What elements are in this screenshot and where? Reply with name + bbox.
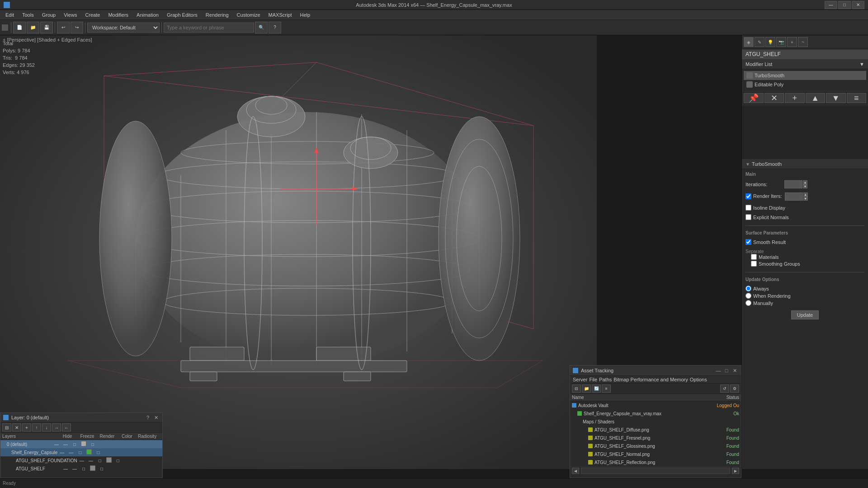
mod-btn-remove[interactable]: ✕ bbox=[764, 93, 784, 103]
layer-render-0[interactable]: □ bbox=[70, 442, 79, 447]
rp-icon-cameras[interactable]: 📷 bbox=[776, 37, 786, 47]
layer-row-default[interactable]: 0 (default) — — □ □ bbox=[0, 440, 162, 448]
menu-edit[interactable]: Edit bbox=[2, 11, 18, 19]
modifier-list-arrow[interactable]: ▼ bbox=[859, 61, 864, 67]
asset-tb-btn-3[interactable]: 🔄 bbox=[592, 385, 601, 393]
layer-freeze-3[interactable]: — bbox=[70, 466, 79, 471]
lt-btn-7[interactable]: ← bbox=[62, 423, 71, 432]
toolbar-new[interactable]: 📄 bbox=[13, 22, 26, 33]
asset-scroll-right[interactable]: ▶ bbox=[732, 468, 739, 474]
menu-group[interactable]: Group bbox=[38, 11, 60, 19]
lt-btn-6[interactable]: → bbox=[52, 423, 61, 432]
layers-header-controls[interactable]: ? ✕ bbox=[144, 414, 160, 421]
ts-render-iters-input[interactable]: 2 bbox=[785, 192, 803, 201]
rp-icon-shapes[interactable]: ✎ bbox=[755, 37, 764, 47]
asset-row-max-file[interactable]: Shelf_Energy_Capsule_max_vray.max Ok bbox=[570, 409, 741, 418]
asset-scrollbar-track[interactable] bbox=[581, 468, 730, 474]
turbosmooth-rollout-header[interactable]: ▼ TurboSmooth bbox=[742, 160, 868, 169]
asset-tb-btn-2[interactable]: 📁 bbox=[582, 385, 591, 393]
rp-icon-lights[interactable]: 💡 bbox=[765, 37, 775, 47]
search-input[interactable] bbox=[164, 23, 254, 33]
ts-update-button[interactable]: Update bbox=[791, 310, 819, 319]
asset-close-btn[interactable]: ✕ bbox=[731, 367, 738, 374]
layer-row-foundation[interactable]: ATGU_SHELF_FOUNDATION — — □ □ bbox=[0, 456, 162, 465]
mod-btn-down[interactable]: ▼ bbox=[826, 93, 846, 103]
ts-radio-when-rendering-input[interactable] bbox=[745, 293, 751, 299]
layer-render-3[interactable]: □ bbox=[79, 466, 88, 471]
rp-icon-display[interactable]: ◈ bbox=[744, 37, 754, 47]
asset-row-diffuse[interactable]: ATGU_SHELF_Diffuse.png Found bbox=[570, 426, 741, 434]
asset-scroll-left[interactable]: ◀ bbox=[572, 468, 579, 474]
restore-button[interactable]: □ bbox=[838, 1, 851, 9]
toolbar-undo[interactable]: ↩ bbox=[57, 22, 70, 33]
ts-ri-down[interactable]: ▼ bbox=[803, 197, 808, 201]
asset-menu-file[interactable]: File bbox=[589, 377, 597, 382]
asset-tb-btn-refresh[interactable]: ↺ bbox=[720, 385, 729, 393]
asset-minimize-btn[interactable]: — bbox=[715, 367, 722, 374]
layers-close-btn[interactable]: ✕ bbox=[152, 414, 160, 421]
ts-render-iters-spinner[interactable]: 2 ▲ ▼ bbox=[785, 192, 808, 201]
asset-menu-server[interactable]: Server bbox=[573, 377, 587, 382]
ts-smoothing-groups-checkbox[interactable] bbox=[751, 261, 757, 267]
workspace-dropdown[interactable]: Workspace: Default bbox=[87, 23, 160, 33]
asset-row-vault[interactable]: Autodesk Vault Logged Ou bbox=[570, 401, 741, 409]
menu-rendering[interactable]: Rendering bbox=[202, 11, 232, 19]
layer-color-1[interactable] bbox=[85, 449, 94, 455]
ts-materials-checkbox[interactable] bbox=[751, 254, 757, 260]
asset-menu-options[interactable]: Options bbox=[690, 377, 707, 382]
asset-tb-btn-settings[interactable]: ⚙ bbox=[730, 385, 739, 393]
layer-row-atgu-shelf[interactable]: ATGU_SHELF — — □ □ bbox=[0, 465, 162, 473]
ts-explicit-normals-checkbox[interactable] bbox=[745, 214, 751, 220]
minimize-button[interactable]: — bbox=[825, 1, 837, 9]
menu-views[interactable]: Views bbox=[60, 11, 80, 19]
layer-freeze-2[interactable]: — bbox=[86, 458, 95, 463]
layer-radiosity-1[interactable]: □ bbox=[94, 450, 103, 455]
layer-row-shelf-energy[interactable]: Shelf_Energy_Capsule — — □ □ bbox=[0, 448, 162, 456]
asset-row-fresnel[interactable]: ATGU_SHELF_Fresnel.png Found bbox=[570, 434, 741, 442]
menu-tools[interactable]: Tools bbox=[19, 11, 38, 19]
ts-render-iters-checkbox[interactable] bbox=[745, 193, 751, 199]
asset-row-maps[interactable]: Maps / Shaders bbox=[570, 418, 741, 426]
menu-create[interactable]: Create bbox=[81, 11, 104, 19]
menu-help[interactable]: Help bbox=[297, 11, 314, 19]
mod-btn-up[interactable]: ▲ bbox=[806, 93, 826, 103]
layer-render-2[interactable]: □ bbox=[95, 458, 104, 463]
help-button[interactable]: ? bbox=[269, 22, 281, 33]
menu-customize[interactable]: Customize bbox=[233, 11, 264, 19]
close-button[interactable]: ✕ bbox=[852, 1, 864, 9]
mod-btn-pin[interactable]: 📌 bbox=[744, 93, 764, 103]
layer-radiosity-0[interactable]: □ bbox=[88, 442, 97, 447]
asset-row-glossines[interactable]: ATGU_SHELF_Glossines.png Found bbox=[570, 442, 741, 450]
ts-iter-up[interactable]: ▲ bbox=[803, 180, 807, 184]
menu-modifiers[interactable]: Modifiers bbox=[104, 11, 132, 19]
stack-item-editablepoly[interactable]: Editable Poly bbox=[744, 80, 866, 89]
lt-btn-1[interactable]: ⊟ bbox=[2, 423, 11, 432]
ts-smooth-result-checkbox[interactable] bbox=[745, 239, 751, 245]
asset-restore-btn[interactable]: □ bbox=[723, 367, 730, 374]
menu-animation[interactable]: Animation bbox=[133, 11, 162, 19]
ts-radio-always-input[interactable] bbox=[745, 286, 751, 291]
layer-hide-3[interactable]: — bbox=[61, 466, 70, 471]
asset-scrollbar[interactable]: ◀ ▶ bbox=[570, 466, 741, 475]
ts-iter-down[interactable]: ▼ bbox=[803, 184, 807, 188]
ts-iterations-arrows[interactable]: ▲ ▼ bbox=[803, 180, 807, 188]
lt-btn-4[interactable]: ↑ bbox=[32, 423, 41, 432]
layer-hide-2[interactable]: — bbox=[77, 458, 86, 463]
asset-row-normal[interactable]: ATGU_SHELF_Normal.png Found bbox=[570, 450, 741, 458]
layer-color-3[interactable] bbox=[88, 465, 97, 472]
layer-color-0[interactable] bbox=[79, 441, 88, 447]
layer-hide-0[interactable]: — bbox=[52, 442, 61, 447]
layer-freeze-1[interactable]: — bbox=[66, 450, 75, 455]
menu-graph-editors[interactable]: Graph Editors bbox=[163, 11, 201, 19]
mod-btn-add[interactable]: + bbox=[785, 93, 805, 103]
asset-title-controls[interactable]: — □ ✕ bbox=[715, 367, 738, 374]
layer-radiosity-3[interactable]: □ bbox=[97, 466, 106, 471]
search-button[interactable]: 🔍 bbox=[255, 22, 268, 33]
ts-isoline-checkbox[interactable] bbox=[745, 205, 751, 211]
toolbar-redo[interactable]: ↪ bbox=[71, 22, 83, 33]
lt-btn-2[interactable]: ✕ bbox=[12, 423, 21, 432]
ts-render-iters-arrows[interactable]: ▲ ▼ bbox=[803, 192, 808, 201]
ts-iterations-input[interactable]: 1 bbox=[784, 180, 802, 188]
rp-icon-warp[interactable]: ~ bbox=[798, 37, 808, 47]
layer-freeze-0[interactable]: — bbox=[61, 442, 70, 447]
